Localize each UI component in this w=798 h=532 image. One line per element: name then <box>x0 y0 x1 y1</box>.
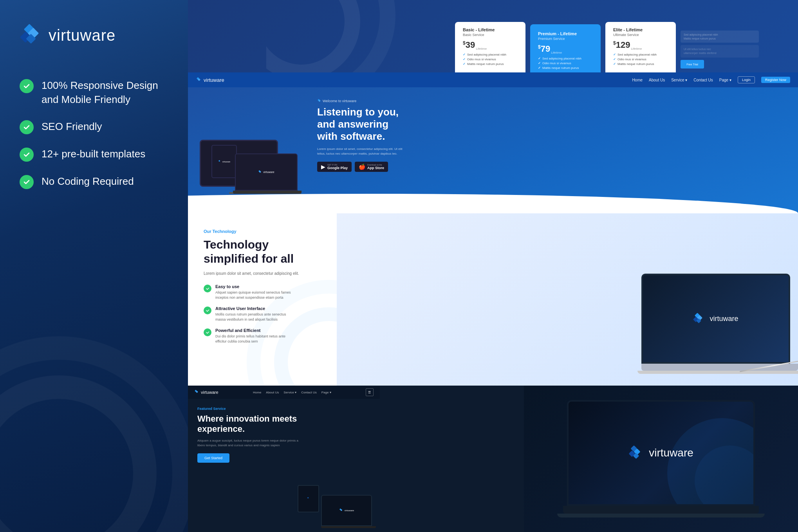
pricing-elite-title: Elite - Lifetime <box>613 27 668 32</box>
nav-logo: virtuware <box>196 77 224 83</box>
tech-right-visual: virtuware <box>337 213 798 386</box>
tech-feature-title: Powerful and Efficient <box>215 328 285 333</box>
svg-rect-8 <box>218 160 220 162</box>
feature-text-coding: No Coding Required <box>42 174 134 188</box>
pricing-basic-subtitle: Basic Service <box>463 33 518 37</box>
tech-feature-desc: Dui dis dolor primis tellus habitant net… <box>215 334 285 344</box>
dark-laptop-section: virtuware <box>524 386 798 532</box>
tech-title: Technologysimplified for all <box>204 238 321 266</box>
nav-link-contact[interactable]: Contact Us <box>693 78 713 82</box>
dark-section: virtuware Home About Us Service ▾ Contac… <box>188 386 798 532</box>
google-play-icon: ▶ <box>321 164 325 170</box>
pricing-elite-subtitle: Ultimate Service <box>613 33 668 37</box>
pricing-elite-price: $129Lifetime <box>613 40 668 50</box>
pricing-basic-price: $39Lifetime <box>463 40 518 50</box>
feature-text-seo: SEO Friendly <box>42 119 102 133</box>
partial-card-text: ullamcorper mattis eleifend <box>684 51 756 55</box>
hero-content: virtuware virtuware <box>188 87 798 202</box>
tech-feature-desc: Aliquet sapien quisque euismod senectus … <box>215 290 291 300</box>
tech-check-icon <box>204 328 211 336</box>
left-panel: virtuware 100% Responsive Designand Mobi… <box>0 0 188 532</box>
brand-name: virtuware <box>49 27 116 44</box>
pricing-card-basic: Basic - Lifetime Basic Service $39Lifeti… <box>455 22 525 72</box>
pricing-section: Basic - Lifetime Basic Service $39Lifeti… <box>188 0 798 72</box>
feature-item: No Coding Required <box>20 174 168 189</box>
pricing-feature: Sed adipiscing placerat nibh <box>613 53 668 56</box>
tech-description: Lorem ipsum dolor sit amet, consectetur … <box>204 271 321 276</box>
logo-area: virtuware <box>20 23 168 47</box>
partial-card-text: Mattis neque rutrum purus <box>684 37 756 41</box>
nav-brand: virtuware <box>204 77 224 83</box>
feature-item: SEO Friendly <box>20 119 168 134</box>
tech-tag: Our Technology <box>204 229 321 234</box>
tech-check-icon <box>204 307 211 314</box>
check-icon <box>20 148 34 162</box>
pricing-card-premium: Premium - Lifetime Premium Service $79Li… <box>530 24 601 72</box>
welcome-tag: Welcome to virtuware <box>317 99 786 103</box>
nav-link-home[interactable]: Home <box>632 78 643 82</box>
feature-text-responsive: 100% Responsive Designand Mobile Friendl… <box>42 78 158 107</box>
tech-feature-desc: Mollis cursus rutrum penatibus ante sene… <box>215 312 286 322</box>
dark-laptop-logo: virtuware <box>628 445 693 461</box>
hero-title: Listening to you,and answeringwith softw… <box>317 106 786 143</box>
tech-features-list: Easy to use Aliquet sapien quisque euism… <box>204 284 321 344</box>
pricing-card-elite: Elite - Lifetime Ultimate Service $129Li… <box>605 22 676 72</box>
feature-item: 12+ pre-built templates <box>20 147 168 162</box>
pricing-feature: Mattis neque rutrum purus <box>613 62 668 66</box>
store-buttons: ▶ GET IT ON Google Play 🍎 Download on th… <box>317 162 786 172</box>
laptop-brand: virtuware <box>649 447 693 459</box>
app-store-button[interactable]: 🍎 Download on the App Store <box>355 162 388 172</box>
nav-link-about[interactable]: About Us <box>649 78 665 82</box>
hero-devices: virtuware virtuware <box>200 95 309 194</box>
tech-feature-easy: Easy to use Aliquet sapien quisque euism… <box>204 284 321 300</box>
pricing-premium-subtitle: Premium Service <box>538 37 593 41</box>
tech-feature-title: Easy to use <box>215 284 291 289</box>
free-trial-btn[interactable]: Free Trial <box>686 63 698 66</box>
nav-links: Home About Us Service ▾ Contact Us Page … <box>632 76 790 83</box>
register-button[interactable]: Register Now <box>761 77 790 83</box>
features-list: 100% Responsive Designand Mobile Friendl… <box>20 78 168 189</box>
tech-left-content: Our Technology Technologysimplified for … <box>188 213 337 386</box>
tech-check-icon <box>204 285 211 292</box>
hero-description: Lorem ipsum dolor sit amet, consectetur … <box>317 147 786 156</box>
pricing-premium-price: $79Lifetime <box>538 44 593 54</box>
right-area: Basic - Lifetime Basic Service $39Lifeti… <box>188 0 798 532</box>
check-icon <box>20 120 34 134</box>
check-icon <box>20 175 34 189</box>
tech-section: Our Technology Technologysimplified for … <box>188 213 798 386</box>
check-icon <box>20 79 34 93</box>
google-play-button[interactable]: ▶ GET IT ON Google Play <box>317 162 352 172</box>
pricing-feature: Sed adipiscing placerat nibh <box>538 57 593 60</box>
pricing-feature: Sed adipiscing placerat nibh <box>463 53 518 56</box>
feature-item: 100% Responsive Designand Mobile Friendl… <box>20 78 168 107</box>
pricing-feature: Odio mus si vivamus <box>538 61 593 65</box>
pricing-feature: Mattis neque rutrum purus <box>538 66 593 70</box>
logo-icon <box>20 23 43 47</box>
partial-card-text: Ut elit tellus luctus nec <box>684 47 756 51</box>
pricing-premium-title: Premium - Lifetime <box>538 31 593 36</box>
pricing-basic-title: Basic - Lifetime <box>463 27 518 32</box>
tech-feature-ui: Attractive User Interface Mollis cursus … <box>204 306 321 322</box>
apple-icon: 🍎 <box>359 164 365 170</box>
pricing-feature: Mattis neque rutrum purus <box>463 62 518 66</box>
partial-card-text: Sed adipiscing placerat nibh <box>684 33 756 37</box>
nav-link-service[interactable]: Service ▾ <box>671 78 687 82</box>
pricing-feature: Odio mus si vivamus <box>463 58 518 61</box>
hero-browser-section: virtuware Home About Us Service ▾ Contac… <box>188 72 798 213</box>
tech-feature-power: Powerful and Efficient Dui dis dolor pri… <box>204 328 321 344</box>
tech-feature-title: Attractive User Interface <box>215 306 286 311</box>
feature-text-templates: 12+ pre-built templates <box>42 147 145 161</box>
nav-link-page[interactable]: Page ▾ <box>719 78 731 82</box>
login-button[interactable]: Login <box>738 76 755 83</box>
main-nav: virtuware Home About Us Service ▾ Contac… <box>188 72 798 87</box>
hero-text: Welcome to virtuware Listening to you,an… <box>317 95 786 194</box>
pricing-feature: Odio mus si vivamus <box>613 58 668 61</box>
